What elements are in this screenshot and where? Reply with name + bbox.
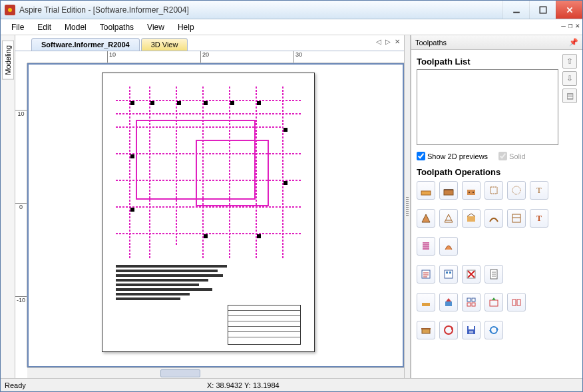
op-recalc[interactable] bbox=[485, 321, 503, 339]
menu-view[interactable]: View bbox=[140, 21, 171, 34]
show-2d-checkbox[interactable]: Show 2D previews bbox=[417, 152, 488, 160]
show-2d-input[interactable] bbox=[417, 152, 425, 160]
toolpath-list-title: Toolpath List bbox=[417, 57, 558, 67]
svg-line-17 bbox=[467, 214, 471, 216]
svg-point-8 bbox=[469, 192, 470, 193]
window-title: Aspire Trial Edition - [Software.Informe… bbox=[19, 5, 502, 15]
svg-rect-10 bbox=[490, 187, 497, 194]
svg-rect-46 bbox=[422, 329, 430, 333]
list-side-buttons: ⇧ ⇩ ▤ bbox=[562, 54, 577, 148]
op-drilling[interactable] bbox=[462, 181, 481, 200]
preview-options: Show 2D previews Solid bbox=[417, 152, 577, 160]
op-batch[interactable] bbox=[507, 293, 526, 311]
list-options-button[interactable]: ▤ bbox=[562, 89, 577, 103]
svg-rect-1 bbox=[540, 7, 546, 13]
op-vcarve[interactable] bbox=[417, 209, 435, 228]
menu-toolpaths[interactable]: Toolpaths bbox=[93, 21, 140, 34]
ruler-h-tick: 30 bbox=[293, 51, 302, 63]
op-estimate[interactable] bbox=[439, 265, 458, 284]
op-summary[interactable] bbox=[485, 265, 503, 284]
svg-marker-14 bbox=[445, 214, 453, 222]
menu-edit[interactable]: Edit bbox=[31, 21, 58, 34]
drawing-titleblock bbox=[228, 305, 301, 345]
statusbar: Ready X: 38.9432 Y: 13.1984 bbox=[1, 378, 582, 391]
svg-rect-42 bbox=[490, 300, 498, 306]
pin-icon[interactable]: 📌 bbox=[569, 38, 578, 47]
op-merge[interactable] bbox=[439, 293, 458, 311]
mdi-restore[interactable]: ❐ bbox=[568, 21, 573, 30]
tab-nav: ◁ ▷ ✕ bbox=[376, 38, 400, 45]
mdi-close[interactable]: ✕ bbox=[575, 21, 580, 30]
op-wrap[interactable] bbox=[439, 237, 458, 256]
move-up-button[interactable]: ⇧ bbox=[562, 54, 577, 69]
op-arrange[interactable] bbox=[462, 293, 481, 311]
canvas-row: 10 0 -10 bbox=[15, 63, 404, 367]
op-prism[interactable] bbox=[462, 209, 481, 228]
ruler-h-tick: 10 bbox=[107, 51, 116, 63]
svg-point-53 bbox=[490, 327, 497, 333]
menu-help[interactable]: Help bbox=[171, 21, 201, 34]
tab-close-icon[interactable]: ✕ bbox=[395, 38, 400, 45]
tab-prev-icon[interactable]: ◁ bbox=[376, 38, 381, 45]
op-reset[interactable] bbox=[439, 321, 458, 339]
cad-drawing bbox=[116, 87, 301, 258]
op-texture[interactable] bbox=[507, 181, 526, 200]
svg-rect-5 bbox=[444, 190, 453, 195]
body: Modeling Software.Informer_R2004 3D View… bbox=[1, 35, 582, 378]
panel-header: Toolpaths 📌 bbox=[411, 35, 582, 50]
svg-rect-40 bbox=[467, 303, 471, 306]
menu-model[interactable]: Model bbox=[58, 21, 93, 34]
op-inlay[interactable] bbox=[485, 181, 503, 200]
ops-title: Toolpath Operations bbox=[417, 167, 577, 177]
document-area: Software.Informer_R2004 3D View ◁ ▷ ✕ 10… bbox=[15, 35, 404, 378]
svg-rect-36 bbox=[445, 301, 452, 306]
ruler-v-tick: 0 bbox=[15, 203, 27, 210]
op-chamfer[interactable] bbox=[507, 209, 526, 228]
svg-marker-13 bbox=[422, 214, 430, 222]
svg-rect-33 bbox=[422, 303, 425, 306]
scrollbar-horizontal[interactable] bbox=[27, 367, 404, 378]
app-window: Aspire Trial Edition - [Software.Informe… bbox=[0, 0, 583, 392]
maximize-button[interactable] bbox=[529, 1, 556, 19]
ruler-v-tick: 10 bbox=[15, 110, 27, 117]
op-profile[interactable] bbox=[417, 181, 435, 200]
drawing-page bbox=[102, 73, 315, 352]
toolpath-listbox[interactable] bbox=[417, 69, 558, 145]
canvas[interactable] bbox=[27, 63, 404, 367]
solid-checkbox: Solid bbox=[498, 152, 525, 160]
svg-line-18 bbox=[471, 214, 475, 216]
op-text-v[interactable]: T bbox=[530, 209, 548, 228]
op-moulding[interactable] bbox=[485, 209, 503, 228]
minimize-button[interactable] bbox=[502, 1, 529, 19]
op-preview[interactable] bbox=[417, 265, 435, 284]
close-button[interactable] bbox=[556, 1, 582, 19]
tab-next-icon[interactable]: ▷ bbox=[385, 38, 391, 45]
tab-2d-view[interactable]: Software.Informer_R2004 bbox=[31, 38, 140, 51]
op-fluting[interactable] bbox=[439, 209, 458, 228]
scrollbar-thumb[interactable] bbox=[160, 369, 200, 377]
mdi-minimize[interactable]: – bbox=[561, 21, 566, 30]
svg-text:T: T bbox=[536, 214, 542, 223]
svg-rect-23 bbox=[445, 270, 453, 278]
svg-rect-47 bbox=[421, 328, 431, 329]
move-down-button[interactable]: ⇩ bbox=[562, 71, 577, 86]
menu-file[interactable]: File bbox=[5, 21, 31, 34]
op-material[interactable] bbox=[417, 321, 435, 339]
left-sidebar: Modeling bbox=[1, 35, 15, 378]
mdi-controls: – ❐ ✕ bbox=[561, 21, 580, 30]
op-tile[interactable] bbox=[417, 293, 435, 311]
status-ready: Ready bbox=[5, 381, 26, 389]
op-pocket[interactable] bbox=[439, 181, 458, 200]
op-delete[interactable] bbox=[462, 265, 481, 284]
op-export[interactable] bbox=[485, 293, 503, 311]
svg-rect-25 bbox=[449, 272, 451, 274]
op-thread[interactable] bbox=[417, 237, 435, 256]
op-text[interactable]: T bbox=[530, 181, 548, 200]
splitter[interactable] bbox=[404, 35, 411, 378]
tab-modeling[interactable]: Modeling bbox=[2, 41, 14, 80]
tab-3d-view[interactable]: 3D View bbox=[141, 38, 188, 51]
op-save[interactable] bbox=[462, 321, 481, 339]
panel-body: Toolpath List ⇧ ⇩ ▤ Show 2D previews Sol… bbox=[411, 50, 582, 378]
svg-rect-16 bbox=[467, 216, 475, 222]
svg-rect-38 bbox=[467, 298, 471, 301]
